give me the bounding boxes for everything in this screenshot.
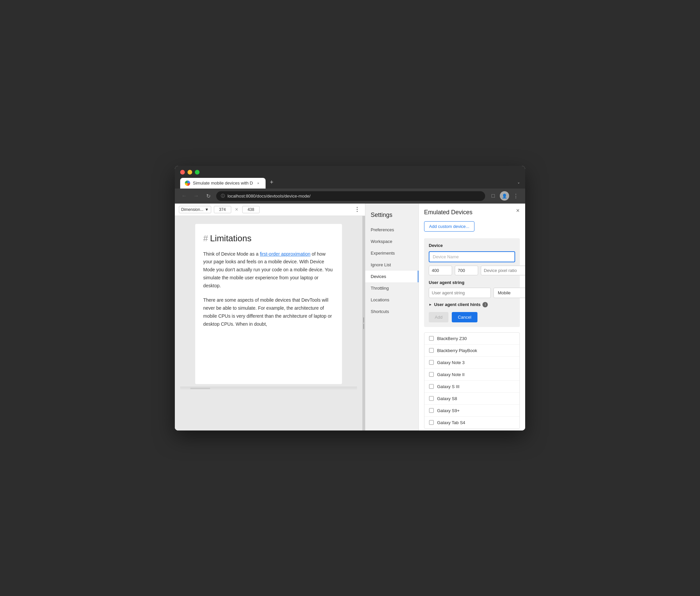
settings-title: Settings <box>365 207 418 224</box>
list-item: BlackBerry Z30 <box>424 333 520 345</box>
page-content-area: #Limitations Think of Device Mode as a f… <box>175 216 362 430</box>
minimize-window-btn[interactable] <box>188 170 192 175</box>
form-actions: Add Cancel <box>429 312 515 322</box>
url-text: localhost:8080/docs/devtools/device-mode… <box>228 194 310 199</box>
cancel-btn[interactable]: Cancel <box>452 312 477 322</box>
close-window-btn[interactable] <box>180 170 185 175</box>
device-list: BlackBerry Z30 Blackberry PlayBook Galax… <box>424 332 520 429</box>
device-width-input[interactable] <box>429 266 452 275</box>
more-dot-1 <box>357 207 358 208</box>
add-custom-device-btn[interactable]: Add custom device... <box>424 221 474 231</box>
device-checkbox-galaxy-s8[interactable] <box>429 396 434 401</box>
device-dims-row <box>429 266 515 275</box>
device-form: Device User agent string Mobile <box>424 238 520 327</box>
traffic-lights <box>180 170 520 175</box>
dimension-select[interactable]: Dimension... ▼ <box>179 206 211 213</box>
sidebar-item-experiments[interactable]: Experiments <box>365 247 418 259</box>
resize-lines <box>364 317 364 329</box>
settings-close-btn[interactable]: × <box>514 207 522 215</box>
height-input[interactable] <box>242 206 259 213</box>
device-name-galaxy-tab-s4: Galaxy Tab S4 <box>437 420 465 425</box>
sidebar-item-preferences[interactable]: Preferences <box>365 224 418 235</box>
list-item: Galaxy S8 <box>424 393 520 405</box>
toolbar-more-btn[interactable] <box>353 205 361 214</box>
page-para-2: There are some aspects of mobile devices… <box>203 296 334 328</box>
tab-list-chevron-icon[interactable]: ˅ <box>518 182 520 187</box>
settings-layout: Settings Preferences Workspace Experimen… <box>365 203 525 430</box>
device-checkbox-galaxy-tab-s4[interactable] <box>429 420 434 425</box>
user-agent-string-label: User agent string <box>429 280 515 285</box>
device-name-galaxy-s8: Galaxy S8 <box>437 396 457 401</box>
emulated-devices-title: Emulated Devices <box>424 209 520 216</box>
back-btn[interactable]: ← <box>180 192 188 200</box>
ua-hints-info-icon: i <box>482 302 488 307</box>
list-item: Galaxy Note 3 <box>424 357 520 369</box>
devtools-area: Dimension... ▼ × #Limitations <box>175 203 365 430</box>
device-name-galaxy-s9plus: Galaxy S9+ <box>437 408 460 413</box>
horizontal-scroll-thumb[interactable] <box>190 388 210 389</box>
device-section-label: Device <box>429 243 515 248</box>
sidebar-item-devices[interactable]: Devices <box>365 271 418 282</box>
list-item: Galaxy S9+ <box>424 405 520 417</box>
list-item: Galaxy S III <box>424 381 520 393</box>
device-name-blackberry-z30: BlackBerry Z30 <box>437 336 467 341</box>
more-dot-3 <box>357 211 358 212</box>
page-heading: #Limitations <box>203 233 334 244</box>
active-tab[interactable]: Simulate mobile devices with D × <box>180 178 266 189</box>
device-checkbox-galaxy-s9plus[interactable] <box>429 408 434 413</box>
browser-chrome: Simulate mobile devices with D × + ˅ <box>175 166 525 189</box>
device-name-blackberry-playbook: Blackberry PlayBook <box>437 348 477 353</box>
sidebar-item-shortcuts[interactable]: Shortcuts <box>365 306 418 317</box>
sidebar-item-throttling[interactable]: Throttling <box>365 282 418 294</box>
dimension-arrow-icon: ▼ <box>205 207 209 212</box>
tab-title: Simulate mobile devices with D <box>193 180 253 185</box>
device-height-input[interactable] <box>455 266 478 275</box>
device-checkbox-galaxy-note-3[interactable] <box>429 360 434 365</box>
fullscreen-window-btn[interactable] <box>195 170 200 175</box>
tab-bar: Simulate mobile devices with D × + ˅ <box>180 178 520 189</box>
user-agent-string-input[interactable] <box>429 288 491 298</box>
horizontal-scrollbar[interactable] <box>180 387 357 390</box>
address-input[interactable]: ⓘ localhost:8080/docs/devtools/device-mo… <box>216 191 485 201</box>
device-checkbox-galaxy-note-ii[interactable] <box>429 372 434 377</box>
tab-close-btn[interactable]: × <box>256 180 261 186</box>
new-tab-btn[interactable]: + <box>267 178 276 187</box>
sidebar-item-ignore-list[interactable]: Ignore List <box>365 259 418 271</box>
resize-line-1 <box>364 317 364 323</box>
device-pixel-ratio-input[interactable] <box>481 266 525 275</box>
user-agent-row: Mobile Desktop Tablet <box>429 288 515 298</box>
devtools-toolbar: Dimension... ▼ × <box>175 203 365 216</box>
more-dot-2 <box>357 209 358 210</box>
width-input[interactable] <box>214 206 231 213</box>
browser-window: Simulate mobile devices with D × + ˅ ← →… <box>175 166 525 430</box>
sidebar-item-locations[interactable]: Locations <box>365 294 418 306</box>
device-checkbox-galaxy-s-iii[interactable] <box>429 384 434 389</box>
device-name-galaxy-note-3: Galaxy Note 3 <box>437 360 465 365</box>
list-item: Galaxy Note II <box>424 369 520 381</box>
user-agent-type-select[interactable]: Mobile Desktop Tablet <box>494 288 525 298</box>
split-view-icon[interactable]: □ <box>489 192 497 200</box>
settings-main: × Emulated Devices Add custom device... … <box>419 203 525 430</box>
device-checkbox-blackberry-z30[interactable] <box>429 336 434 341</box>
resize-line-2 <box>364 324 364 329</box>
address-bar: ← → ↻ ⓘ localhost:8080/docs/devtools/dev… <box>175 189 525 203</box>
menu-btn[interactable]: ⋮ <box>512 192 520 200</box>
device-name-input[interactable] <box>429 251 515 262</box>
dimension-label: Dimension... <box>181 207 203 212</box>
ua-hints-row[interactable]: ► User agent client hints i <box>429 302 515 307</box>
page-inner: #Limitations Think of Device Mode as a f… <box>195 224 342 384</box>
forward-btn[interactable]: → <box>192 192 200 200</box>
page-para-1: Think of Device Mode as a first-order ap… <box>203 250 334 290</box>
resize-handle[interactable] <box>362 216 365 430</box>
lock-icon: ⓘ <box>221 193 225 199</box>
device-name-galaxy-s-iii: Galaxy S III <box>437 384 459 389</box>
device-checkbox-blackberry-playbook[interactable] <box>429 348 434 353</box>
add-device-btn[interactable]: Add <box>429 312 448 322</box>
ua-hints-arrow-icon: ► <box>429 303 432 306</box>
first-order-link[interactable]: first-order approximation <box>260 251 310 257</box>
browser-content: Dimension... ▼ × #Limitations <box>175 203 525 430</box>
reload-btn[interactable]: ↻ <box>204 192 212 200</box>
list-item: Galaxy Tab S4 <box>424 417 520 428</box>
profile-btn[interactable]: 👤 <box>500 191 509 201</box>
sidebar-item-workspace[interactable]: Workspace <box>365 235 418 247</box>
